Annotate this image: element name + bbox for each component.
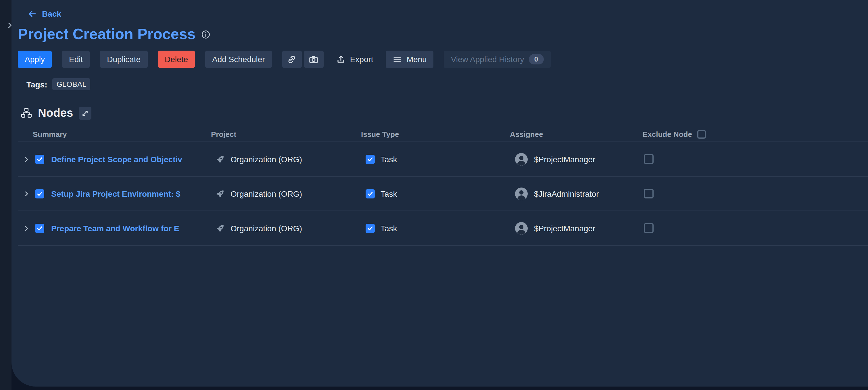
exclude-all-checkbox[interactable]: [697, 130, 706, 138]
issue-type-name: Task: [380, 154, 397, 163]
info-icon[interactable]: [201, 30, 210, 39]
sidebar-expand-toggle[interactable]: [5, 21, 14, 30]
nodes-table: Summary Project Issue Type Assignee Excl…: [18, 126, 868, 246]
duplicate-button[interactable]: Duplicate: [100, 51, 148, 68]
project-name: Organization (ORG): [230, 223, 302, 233]
tag-chip-global: GLOBAL: [53, 78, 91, 90]
nodes-title: Nodes: [38, 107, 73, 120]
avatar-icon: [515, 187, 528, 201]
table-row: Prepare Team and Workflow for E Organiza…: [18, 211, 868, 246]
main-panel: Back Project Creation Process Apply Edit…: [11, 0, 868, 387]
hamburger-menu-icon: [393, 55, 402, 64]
export-button[interactable]: Export: [334, 51, 376, 68]
task-issue-type-icon: [366, 154, 375, 163]
applied-history-count-badge: 0: [529, 54, 544, 64]
nodes-section-header: Nodes: [21, 107, 868, 120]
project-name: Organization (ORG): [230, 154, 302, 163]
collapsed-sidebar-rail: [0, 0, 11, 390]
avatar-icon: [515, 221, 528, 235]
tags-label: Tags:: [26, 80, 48, 89]
assignee-name: $JiraAdministrator: [534, 189, 599, 198]
camera-icon: [309, 54, 319, 64]
edit-button[interactable]: Edit: [62, 51, 90, 68]
avatar-icon: [515, 152, 528, 166]
back-link[interactable]: Back: [28, 8, 61, 20]
tags-row: Tags: GLOBAL: [26, 78, 868, 90]
view-applied-history-button[interactable]: View Applied History 0: [444, 51, 551, 68]
task-issue-type-icon: [366, 189, 375, 198]
col-header-exclude-node: Exclude Node: [643, 130, 692, 138]
task-issue-type-icon: [366, 223, 375, 233]
row-expand-chevron-icon[interactable]: [23, 190, 30, 197]
back-label: Back: [42, 9, 61, 19]
app-root: Back Project Creation Process Apply Edit…: [0, 0, 868, 390]
table-row: Setup Jira Project Environment: $ Organi…: [18, 177, 868, 211]
page-title: Project Creation Process: [18, 25, 195, 42]
export-label: Export: [350, 55, 373, 64]
link-icon: [287, 54, 297, 64]
assignee-name: $ProjectManager: [534, 154, 595, 163]
assignee-name: $ProjectManager: [534, 223, 595, 233]
row-select-checkbox[interactable]: [35, 154, 44, 163]
menu-label: Menu: [407, 55, 427, 64]
summary-link[interactable]: Prepare Team and Workflow for E: [51, 223, 208, 233]
row-select-checkbox[interactable]: [35, 223, 44, 233]
rocket-icon: [216, 154, 225, 163]
summary-link[interactable]: Define Project Scope and Objectiv: [51, 154, 208, 163]
row-select-checkbox[interactable]: [35, 189, 44, 198]
rocket-icon: [216, 223, 225, 233]
issue-type-name: Task: [380, 223, 397, 233]
nodes-table-header: Summary Project Issue Type Assignee Excl…: [18, 126, 868, 142]
view-applied-history-label: View Applied History: [451, 55, 524, 64]
row-expand-chevron-icon[interactable]: [23, 224, 30, 232]
copy-link-button[interactable]: [282, 51, 302, 68]
rocket-icon: [216, 189, 225, 198]
nodes-expand-button[interactable]: [79, 107, 91, 119]
export-icon: [336, 55, 345, 64]
issue-type-name: Task: [380, 189, 397, 198]
col-header-issue-type: Issue Type: [358, 130, 506, 138]
back-arrow-icon: [28, 9, 37, 19]
menu-button[interactable]: Menu: [386, 51, 434, 68]
exclude-node-checkbox[interactable]: [644, 223, 654, 233]
col-header-project: Project: [208, 130, 358, 138]
summary-link[interactable]: Setup Jira Project Environment: $: [51, 189, 208, 198]
table-row: Define Project Scope and Objectiv Organi…: [18, 142, 868, 177]
chevron-right-icon: [6, 21, 14, 29]
exclude-node-checkbox[interactable]: [644, 189, 654, 199]
row-expand-chevron-icon[interactable]: [23, 156, 30, 162]
col-header-summary: Summary: [18, 130, 208, 138]
sitemap-icon: [21, 107, 32, 119]
apply-button[interactable]: Apply: [18, 51, 52, 68]
add-scheduler-button[interactable]: Add Scheduler: [205, 51, 272, 68]
project-name: Organization (ORG): [230, 189, 302, 198]
exclude-node-checkbox[interactable]: [644, 154, 654, 164]
delete-button[interactable]: Delete: [158, 51, 195, 68]
toolbar: Apply Edit Duplicate Delete Add Schedule…: [18, 51, 868, 68]
expand-icon: [82, 110, 89, 117]
screenshot-button[interactable]: [304, 51, 323, 68]
col-header-assignee: Assignee: [506, 130, 640, 138]
